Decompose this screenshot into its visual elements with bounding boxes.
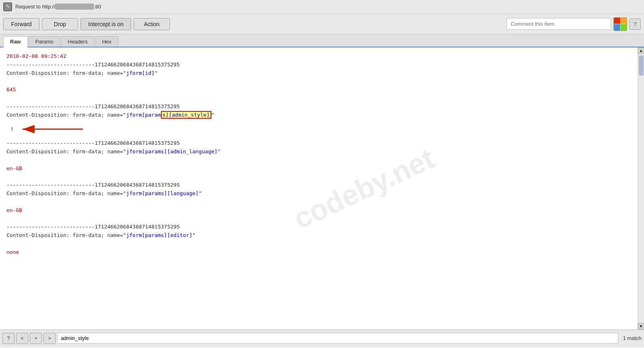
forward-button[interactable]: Forward — [3, 18, 39, 30]
link-jform-id: jform[id] — [126, 70, 154, 76]
match-count: 1 match — [623, 335, 642, 341]
arrow-svg — [6, 119, 87, 139]
link-language: jform[params][language] — [126, 190, 198, 196]
link-admin-language: jform[params][admin_language] — [126, 148, 217, 154]
separator-1: ----------------------------171246620684… — [6, 61, 631, 69]
tab-headers[interactable]: Headers — [61, 36, 95, 47]
link-jform-params-highlighted: s][admin_style] — [161, 111, 211, 119]
cd-label-2: Content-Disposition: form-data; name=" — [6, 112, 126, 118]
title-icon: ✎ — [3, 2, 12, 11]
title-port: :80 — [94, 4, 101, 10]
color-red — [614, 18, 620, 24]
content-panel[interactable]: codeby.net 2018-02-08 09:25:42 ---------… — [0, 47, 638, 329]
color-blue — [614, 24, 620, 31]
plus-button[interactable]: + — [30, 333, 42, 344]
main-area: codeby.net 2018-02-08 09:25:42 ---------… — [0, 47, 644, 329]
title-text: Request to http://██████████:80 — [15, 4, 101, 10]
color-green — [621, 24, 627, 31]
search-input[interactable] — [57, 333, 618, 344]
separator-5: ----------------------------171246620684… — [6, 223, 631, 231]
title-bar: ✎ Request to http://██████████:80 — [0, 0, 644, 14]
separator-2: ----------------------------171246620684… — [6, 103, 631, 111]
title-ip: ██████████ — [55, 4, 94, 10]
content-line-4: Content-Disposition: form-data; name="jf… — [6, 189, 631, 198]
prev-button[interactable]: < — [16, 333, 28, 344]
scroll-thumb[interactable] — [639, 56, 644, 76]
scroll-track[interactable] — [638, 54, 644, 323]
content-line-3: Content-Disposition: form-data; name="jf… — [6, 148, 631, 156]
value-none: none — [6, 248, 631, 257]
content-line-5: Content-Disposition: form-data; name="jf… — [6, 231, 631, 240]
action-button[interactable]: Action — [134, 18, 170, 30]
help-nav-button[interactable]: ? — [2, 333, 14, 344]
toolbar: Forward Drop Intercept is on Action ? — [0, 14, 644, 35]
content-line-1: Content-Disposition: form-data; name="jf… — [6, 69, 631, 78]
color-picker-button[interactable] — [613, 17, 627, 31]
help-button[interactable]: ? — [630, 19, 641, 30]
timestamp: 2018-02-08 09:25:42 — [6, 53, 66, 59]
title-label: Request to http:// — [15, 4, 55, 10]
scrollbar[interactable]: ▲ ▼ — [638, 47, 644, 329]
color-orange — [621, 18, 627, 24]
cd-label-1: Content-Disposition: form-data; name=" — [6, 70, 126, 76]
tab-params[interactable]: Params — [29, 36, 60, 47]
content-line-2: Content-Disposition: form-data; name="jf… — [6, 111, 631, 119]
drop-button[interactable]: Drop — [42, 18, 78, 30]
separator-4: ----------------------------171246620684… — [6, 181, 631, 189]
intercept-button[interactable]: Intercept is on — [80, 18, 131, 30]
link-editor: jform[params][editor] — [126, 232, 192, 238]
value-en-gb-2: en-GB — [6, 206, 631, 215]
next-button[interactable]: > — [43, 333, 56, 344]
timestamp-line: 2018-02-08 09:25:42 — [6, 52, 631, 61]
tab-hex[interactable]: Hex — [95, 36, 118, 47]
link-jform-params-before: jform[param — [126, 112, 161, 118]
separator-3: ----------------------------171246620684… — [6, 139, 631, 148]
arrow-value: ! — [10, 125, 14, 134]
tab-raw[interactable]: Raw — [3, 36, 28, 47]
value-645: 645 — [6, 86, 631, 94]
comment-input[interactable] — [506, 18, 611, 30]
tab-bar: Raw Params Headers Hex — [0, 35, 644, 47]
arrow-annotation: ! — [6, 119, 631, 139]
bottom-bar: ? < + > 1 match — [0, 329, 644, 346]
scroll-up-arrow[interactable]: ▲ — [638, 47, 644, 54]
scroll-down-arrow[interactable]: ▼ — [638, 323, 644, 329]
value-en-gb-1: en-GB — [6, 165, 631, 173]
